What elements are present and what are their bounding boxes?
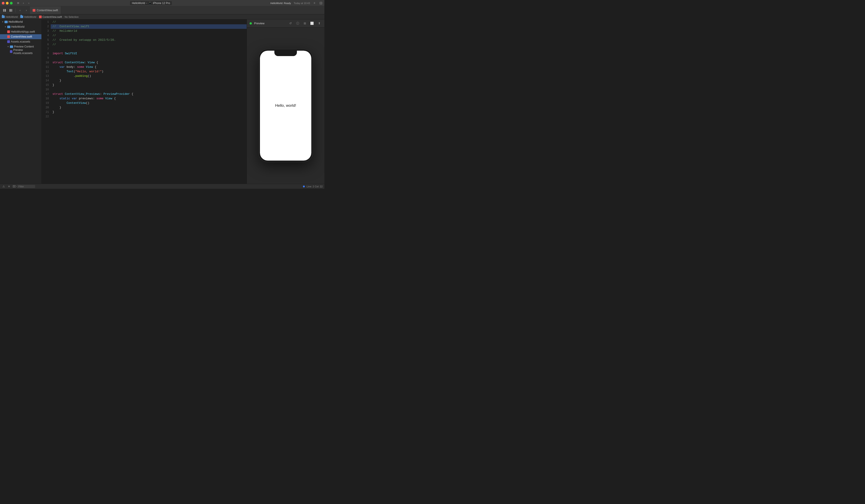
maximize-button[interactable] [10,2,13,4]
forward-button[interactable]: › [26,0,32,6]
preview-label: Preview [254,22,286,25]
breadcrumb-project-label: HelloWorld [5,15,18,18]
folder-icon [2,15,5,18]
back-button[interactable]: ‹ [21,0,26,6]
add-button[interactable]: ＋ [313,1,316,5]
status-bar: ⚠ ✕ ⌦ Line: 2 Col: 22 [0,184,324,189]
preview-active-dot [250,22,252,25]
line-numbers: 1 2 3 4 5 6 7 8 9 10 11 12 13 14 15 16 1… [42,19,51,184]
sidebar-group-helloworld[interactable]: HelloWorld [0,19,42,24]
code-line-7 [51,47,247,51]
swift-icon-app [7,31,10,33]
swift-icon [39,15,42,18]
navigator-toggle-button[interactable] [2,8,7,13]
folder-icon-preview [10,46,13,48]
sidebar-toggle-button[interactable]: ⊞ [15,0,21,6]
forward-editor-button[interactable]: › [24,8,29,13]
contentview-tab[interactable]: ContentView.swift [30,6,61,14]
breadcrumb-selection-label: No Selection [65,15,79,18]
disclosure-hw-folder [4,26,6,28]
swift-icon-cv [7,35,10,38]
breadcrumb-file[interactable]: ContentView.swift [39,15,62,18]
inspector-toggle-button[interactable] [8,8,13,13]
device-icon: 📱 [148,2,152,4]
folder-icon-helloworld [4,21,8,23]
breadcrumb-group[interactable]: HelloWorld [20,15,36,18]
code-line-4: // [51,33,247,38]
title-bar: ⊞ ‹ › HelloWorld › 📱 iPhone 12 Pro Hello… [0,0,324,6]
code-line-6: // [51,42,247,47]
split-view-button[interactable]: ⊟ [319,1,323,5]
code-line-12: Text("Hello, world!") [51,69,247,74]
xcassets-icon [7,40,10,43]
sidebar-item-helloworld-folder[interactable]: HelloWorld [0,24,42,29]
preview-refresh-button[interactable]: ↺ [288,21,293,26]
sidebar-preview-label: Preview Content [14,45,34,48]
breadcrumb-file-label: ContentView.swift [43,15,62,18]
swift-file-icon [33,9,35,12]
code-line-8: import SwiftUI [51,51,247,56]
scheme-name: HelloWorld [132,2,145,5]
status-bar-right: Line: 2 Col: 22 [303,185,323,188]
code-line-17: struct ContentView_Previews: PreviewProv… [51,92,247,96]
code-line-14: } [51,78,247,83]
close-button[interactable] [2,2,4,4]
sidebar-item-app-swift[interactable]: HelloWorldApp.swift [0,29,42,34]
tab-label: ContentView.swift [37,9,58,12]
folder-icon-hw [7,26,10,28]
toolbar: ‹ › ContentView.swift [0,6,324,14]
back-editor-button[interactable]: ‹ [18,8,23,13]
phone-mockup: Hello, world! [258,49,313,162]
svg-rect-1 [4,9,6,12]
status-ready: HelloWorld: Ready [270,2,291,4]
code-line-1: // [51,20,247,24]
breadcrumb: HelloWorld › HelloWorld › ContentView.sw… [0,14,324,19]
preview-content: Hello, world! [247,27,324,184]
sidebar-group-label: HelloWorld [9,20,23,23]
preview-toolbar: Preview ↺ ⓘ ⊞ ⬜ ⬆ [247,19,324,27]
breadcrumb-project[interactable]: HelloWorld [2,15,18,18]
disclosure-preview [7,46,9,48]
code-content[interactable]: // // ContentView.swift // HelloWorld //… [51,19,247,184]
svg-rect-3 [11,9,12,12]
svg-rect-0 [3,9,4,12]
code-line-5: // Created by xetaapp on 2022/5/20. [51,38,247,42]
status-timestamp: Today at 10:43 [294,2,310,4]
preview-duplicate-button[interactable]: ⊞ [302,21,307,26]
code-line-19: ContentView() [51,101,247,105]
sidebar-assets-label: Assets.xcassets [11,40,30,43]
code-line-15: } [51,83,247,87]
code-line-18: static var previews: some View { [51,96,247,101]
sidebar-preview-assets-label: Preview Assets.xcassets [13,48,40,55]
code-line-21: } [51,110,247,114]
code-line-11: var body: some View { [51,65,247,69]
breadcrumb-sep-3: › [63,15,64,18]
scheme-selector[interactable]: HelloWorld › 📱 iPhone 12 Pro [130,1,172,5]
status-bar-left: ⚠ ✕ ⌦ [2,185,35,188]
filter-input[interactable] [17,185,35,188]
error-icon[interactable]: ✕ [7,185,11,188]
preview-share-button[interactable]: ⬆ [317,21,322,26]
code-line-16 [51,87,247,92]
code-line-10: struct ContentView: View { [51,60,247,65]
minimize-button[interactable] [6,2,9,4]
sidebar-item-contentview-swift[interactable]: ContentView.swift [0,34,42,39]
warning-icon[interactable]: ⚠ [2,185,5,188]
traffic-lights [2,2,13,4]
preview-info-button[interactable]: ⓘ [295,21,300,26]
phone-hello-text: Hello, world! [275,103,296,108]
sidebar-item-preview-assets[interactable]: Preview Assets.xcassets [0,49,42,54]
code-line-20: } [51,105,247,110]
folder-icon-2 [20,15,23,18]
title-bar-center: HelloWorld › 📱 iPhone 12 Pro [32,1,270,5]
phone-screen: Hello, world! [260,51,311,161]
sidebar-app-swift-label: HelloWorldApp.swift [11,30,35,33]
code-line-2: // ContentView.swift [51,24,247,29]
svg-rect-2 [10,9,11,12]
device-name: iPhone 12 Pro [153,2,170,5]
code-editor[interactable]: 1 2 3 4 5 6 7 8 9 10 11 12 13 14 15 16 1… [42,19,247,184]
breadcrumb-selection[interactable]: No Selection [65,15,79,18]
line-col-text: Line: 2 Col: 22 [307,185,323,188]
preview-device-button[interactable]: ⬜ [310,21,314,26]
sidebar-item-assets[interactable]: Assets.xcassets [0,39,42,44]
